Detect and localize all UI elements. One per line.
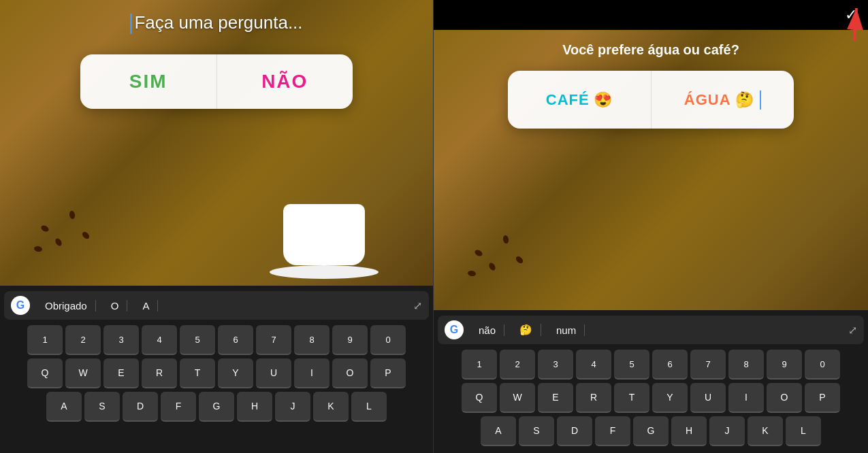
key-row-qwerty-left: Q W E R T Y U I O P	[4, 358, 429, 388]
keyboard-expand-icon-right[interactable]: ⤢	[848, 324, 857, 337]
question-input-left[interactable]: Faça uma pergunta...	[130, 12, 302, 34]
key-5[interactable]: 5	[180, 325, 215, 355]
keyboard-rows-left: 1 2 3 4 5 6 7 8 9 0 Q W E R T Y U I	[4, 325, 429, 422]
key-d[interactable]: D	[123, 392, 158, 422]
key-r-g[interactable]: G	[633, 416, 669, 446]
agua-text: ÁGUA	[684, 91, 731, 109]
key-a[interactable]: A	[46, 392, 82, 422]
keyboard-expand-icon[interactable]: ⤢	[413, 299, 422, 312]
svg-line-1	[854, 8, 856, 41]
key-j[interactable]: J	[275, 392, 310, 422]
key-r-e[interactable]: E	[538, 383, 573, 413]
key-t[interactable]: T	[180, 358, 215, 388]
keyboard-right: G não 🤔 num ⤢ 1 2 3 4 5 6 7 8 9 0 Q	[434, 310, 868, 453]
key-p[interactable]: P	[370, 358, 406, 388]
key-r-i[interactable]: I	[728, 383, 764, 413]
story-area-left: Faça uma pergunta... SIM NÃO	[0, 0, 433, 286]
key-r-r[interactable]: R	[576, 383, 611, 413]
key-r-l[interactable]: L	[786, 416, 821, 446]
poll-widget-left: SIM NÃO	[80, 54, 353, 109]
keyboard-rows-right: 1 2 3 4 5 6 7 8 9 0 Q W E R T Y U I	[438, 350, 864, 446]
right-panel: ✓ Você prefere água ou café? CA	[434, 0, 868, 453]
key-1[interactable]: 1	[27, 325, 63, 355]
key-e[interactable]: E	[103, 358, 139, 388]
cafe-emoji: 😍	[594, 91, 613, 109]
key-r-9[interactable]: 9	[767, 350, 802, 380]
key-u[interactable]: U	[256, 358, 291, 388]
key-r-p[interactable]: P	[805, 383, 840, 413]
suggestions-bar-right: G não 🤔 num ⤢	[438, 316, 864, 344]
key-row-numbers-left: 1 2 3 4 5 6 7 8 9 0	[4, 325, 429, 355]
key-6[interactable]: 6	[218, 325, 253, 355]
key-r-5[interactable]: 5	[614, 350, 649, 380]
question-text-right: Você prefere água ou café?	[562, 42, 739, 58]
story-area-right: Você prefere água ou café? CAFÉ 😍 ÁGUA 🤔	[434, 30, 868, 310]
key-r-2[interactable]: 2	[500, 350, 535, 380]
key-h[interactable]: H	[237, 392, 272, 422]
suggestion-a[interactable]: A	[134, 300, 158, 312]
key-0[interactable]: 0	[370, 325, 406, 355]
key-w[interactable]: W	[65, 358, 101, 388]
red-arrow	[810, 0, 865, 48]
key-r-o[interactable]: O	[767, 383, 802, 413]
text-cursor-left	[130, 14, 131, 34]
coffee-background-left	[0, 0, 433, 286]
left-panel: Faça uma pergunta... SIM NÃO G Obrigado …	[0, 0, 434, 453]
key-i[interactable]: I	[294, 358, 329, 388]
key-r[interactable]: R	[142, 358, 177, 388]
suggestion-o[interactable]: O	[103, 300, 128, 312]
key-row-asdf-left: A S D F G H J K L	[4, 392, 429, 422]
key-l[interactable]: L	[351, 392, 387, 422]
key-r-s[interactable]: S	[519, 416, 554, 446]
key-r-7[interactable]: 7	[690, 350, 726, 380]
key-y[interactable]: Y	[218, 358, 253, 388]
key-3[interactable]: 3	[103, 325, 139, 355]
key-r-a[interactable]: A	[481, 416, 516, 446]
suggestion-obrigado[interactable]: Obrigado	[37, 300, 96, 312]
key-r-8[interactable]: 8	[728, 350, 764, 380]
key-q[interactable]: Q	[27, 358, 63, 388]
poll-widget-right: CAFÉ 😍 ÁGUA 🤔	[508, 71, 794, 129]
key-r-t[interactable]: T	[614, 383, 649, 413]
key-r-j[interactable]: J	[709, 416, 745, 446]
key-8[interactable]: 8	[294, 325, 329, 355]
key-r-4[interactable]: 4	[576, 350, 611, 380]
suggestion-nao[interactable]: não	[470, 324, 504, 336]
key-r-w[interactable]: W	[500, 383, 535, 413]
key-2[interactable]: 2	[65, 325, 101, 355]
key-r-6[interactable]: 6	[652, 350, 688, 380]
key-r-h[interactable]: H	[671, 416, 707, 446]
typing-cursor-right	[760, 90, 761, 110]
suggestion-num[interactable]: num	[548, 324, 585, 336]
key-r-1[interactable]: 1	[462, 350, 497, 380]
suggestion-emoji-think[interactable]: 🤔	[511, 324, 541, 336]
key-9[interactable]: 9	[332, 325, 368, 355]
key-r-3[interactable]: 3	[538, 350, 573, 380]
keyboard-left: G Obrigado O A ⤢ 1 2 3 4 5 6 7 8 9 0	[0, 286, 433, 453]
poll-option-nao[interactable]: NÃO	[217, 54, 353, 109]
key-row-asdf-right: A S D F G H J K L	[438, 416, 864, 446]
key-r-u[interactable]: U	[690, 383, 726, 413]
key-f[interactable]: F	[161, 392, 196, 422]
key-g[interactable]: G	[199, 392, 234, 422]
key-r-d[interactable]: D	[557, 416, 592, 446]
poll-option-sim[interactable]: SIM	[80, 54, 217, 109]
key-r-k[interactable]: K	[748, 416, 783, 446]
poll-option-agua[interactable]: ÁGUA 🤔	[652, 71, 794, 129]
key-r-q[interactable]: Q	[462, 383, 497, 413]
key-r-0[interactable]: 0	[805, 350, 840, 380]
google-logo-left: G	[11, 296, 30, 315]
key-4[interactable]: 4	[142, 325, 177, 355]
key-o[interactable]: O	[332, 358, 368, 388]
key-row-numbers-right: 1 2 3 4 5 6 7 8 9 0	[438, 350, 864, 380]
question-placeholder-left: Faça uma pergunta...	[134, 12, 302, 33]
key-r-y[interactable]: Y	[652, 383, 688, 413]
key-k[interactable]: K	[313, 392, 349, 422]
poll-option-sim-label: SIM	[129, 71, 167, 93]
suggestions-bar-left: G Obrigado O A ⤢	[4, 291, 429, 320]
top-bar-right: ✓	[434, 0, 868, 30]
poll-option-cafe[interactable]: CAFÉ 😍	[508, 71, 652, 129]
key-7[interactable]: 7	[256, 325, 291, 355]
key-r-f[interactable]: F	[595, 416, 630, 446]
key-s[interactable]: S	[84, 392, 120, 422]
